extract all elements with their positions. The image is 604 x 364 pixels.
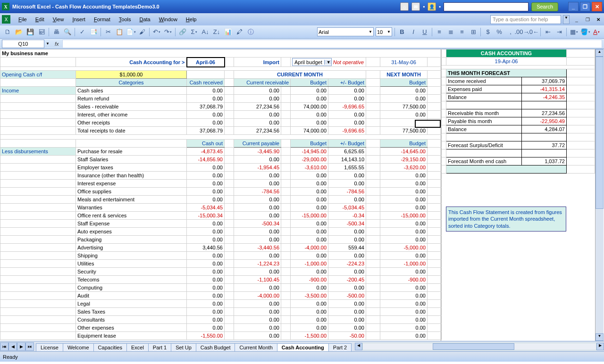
value-cell[interactable]: -500.34 (234, 220, 281, 228)
spacer[interactable] (366, 164, 380, 172)
category-cell[interactable]: Computing (76, 284, 187, 292)
income-section-label[interactable] (0, 111, 76, 119)
forecast-label[interactable]: Balance (446, 93, 522, 101)
value-cell[interactable]: 0.00 (380, 268, 428, 276)
value-cell[interactable]: 0.00 (291, 172, 328, 180)
category-cell[interactable]: Legal (76, 300, 187, 308)
spacer[interactable] (225, 252, 234, 260)
spacer[interactable] (281, 276, 291, 284)
scroll-down-icon[interactable]: ▼ (596, 333, 604, 341)
disb-section-label[interactable] (0, 300, 76, 308)
category-cell[interactable]: Cash sales (76, 87, 187, 95)
menu-edit[interactable]: Edit (31, 15, 49, 24)
value-cell[interactable]: 0.00 (291, 196, 328, 204)
value-cell[interactable]: 74,000.00 (291, 103, 328, 111)
value-cell[interactable]: 0.00 (380, 308, 428, 316)
value-cell[interactable]: 0.00 (187, 119, 225, 127)
value-cell[interactable]: -15,000.00 (291, 212, 328, 220)
sheet-tab[interactable]: Part 2 (328, 343, 352, 351)
fill-color-icon[interactable]: 🪣▾ (580, 27, 590, 37)
spacer[interactable] (225, 268, 234, 276)
value-cell[interactable]: 0.00 (187, 172, 225, 180)
spacer[interactable] (428, 156, 442, 164)
value-cell[interactable]: 0.00 (291, 228, 328, 236)
forecast-value[interactable]: 37,069.79 (522, 77, 567, 85)
spacer[interactable] (366, 212, 380, 220)
disb-section-label[interactable] (0, 324, 76, 332)
next-month-header[interactable]: NEXT MONTH (380, 71, 428, 79)
new-icon[interactable]: 🗋 (2, 27, 13, 37)
value-cell[interactable]: 14,143.10 (328, 156, 366, 164)
value-cell[interactable]: 0.00 (234, 228, 281, 236)
value-cell[interactable]: 0.00 (380, 228, 428, 236)
value-cell[interactable]: -224.23 (328, 260, 366, 268)
value-cell[interactable]: -0.34 (328, 212, 366, 220)
category-cell[interactable]: Other receipts (76, 119, 187, 127)
disb-section-label[interactable] (0, 244, 76, 252)
spacer[interactable] (428, 196, 442, 204)
value-cell[interactable]: 0.00 (328, 228, 366, 236)
sheet-tab[interactable]: Excel (126, 343, 149, 351)
spacer[interactable] (225, 87, 234, 95)
value-cell[interactable]: 0.00 (291, 204, 328, 212)
spacer[interactable] (428, 260, 442, 268)
value-cell[interactable]: -3,620.00 (380, 164, 428, 172)
menu-window[interactable]: Window (155, 15, 182, 24)
value-cell[interactable]: 0.00 (291, 300, 328, 308)
disb-section-label[interactable] (0, 308, 76, 316)
spacer[interactable] (366, 268, 380, 276)
category-cell[interactable]: Auto expenses (76, 228, 187, 236)
value-cell[interactable]: 6,625.65 (328, 148, 366, 156)
value-cell[interactable]: -784.56 (328, 188, 366, 196)
spacer[interactable] (428, 332, 442, 340)
value-cell[interactable]: -3,440.56 (234, 244, 281, 252)
spacer[interactable] (281, 204, 291, 212)
value-cell[interactable]: 0.00 (187, 316, 225, 324)
borders-icon[interactable]: ▦▾ (569, 27, 579, 37)
name-box-drop-icon[interactable]: ▼ (44, 41, 51, 46)
category-cell[interactable]: Security (76, 268, 187, 276)
value-cell[interactable]: -500.34 (328, 220, 366, 228)
value-cell[interactable]: 0.00 (380, 300, 428, 308)
spacer[interactable] (366, 324, 380, 332)
menu-data[interactable]: Data (135, 15, 154, 24)
value-cell[interactable]: 74,000.00 (291, 127, 328, 135)
spacer[interactable] (281, 111, 291, 119)
value-cell[interactable]: 0.00 (234, 268, 281, 276)
value-cell[interactable]: 0.00 (187, 164, 225, 172)
value-cell[interactable]: 0.00 (234, 212, 281, 220)
value-cell[interactable]: -4,873.45 (187, 148, 225, 156)
category-cell[interactable]: Shipping (76, 252, 187, 260)
spacer[interactable] (225, 172, 234, 180)
italic-icon[interactable]: I (408, 27, 419, 37)
workbook-icon[interactable]: X (2, 15, 10, 24)
tab-prev-icon[interactable]: ◀ (8, 342, 17, 351)
value-cell[interactable]: 0.00 (380, 252, 428, 260)
spacer[interactable] (428, 228, 442, 236)
value-cell[interactable]: -5,034.45 (187, 204, 225, 212)
forecast-value[interactable]: -22,950.49 (522, 117, 567, 125)
spacer[interactable] (225, 236, 234, 244)
value-cell[interactable]: -14,645.00 (380, 148, 428, 156)
disb-section-label[interactable] (0, 284, 76, 292)
disb-section-label[interactable] (0, 292, 76, 300)
value-cell[interactable]: -5,000.00 (380, 244, 428, 252)
person-icon[interactable]: 👤 (428, 2, 436, 11)
decrease-indent-icon[interactable]: ⇤ (543, 27, 553, 37)
category-cell[interactable]: Staff Expense (76, 220, 187, 228)
spacer[interactable] (366, 127, 380, 135)
spacer[interactable] (366, 244, 380, 252)
value-cell[interactable]: 0.00 (380, 180, 428, 188)
spell-check-icon[interactable]: ✓ (77, 27, 87, 37)
spacer[interactable] (428, 276, 442, 284)
value-cell[interactable]: 0.00 (187, 300, 225, 308)
spacer[interactable] (428, 244, 442, 252)
value-cell[interactable]: -1,224.23 (234, 260, 281, 268)
spacer[interactable] (366, 276, 380, 284)
research-icon[interactable]: 📑 (88, 27, 99, 37)
spacer[interactable] (225, 316, 234, 324)
value-cell[interactable]: 0.00 (234, 236, 281, 244)
value-cell[interactable]: 0.00 (291, 180, 328, 188)
value-cell[interactable]: 0.00 (291, 87, 328, 95)
value-cell[interactable]: 0.00 (187, 228, 225, 236)
